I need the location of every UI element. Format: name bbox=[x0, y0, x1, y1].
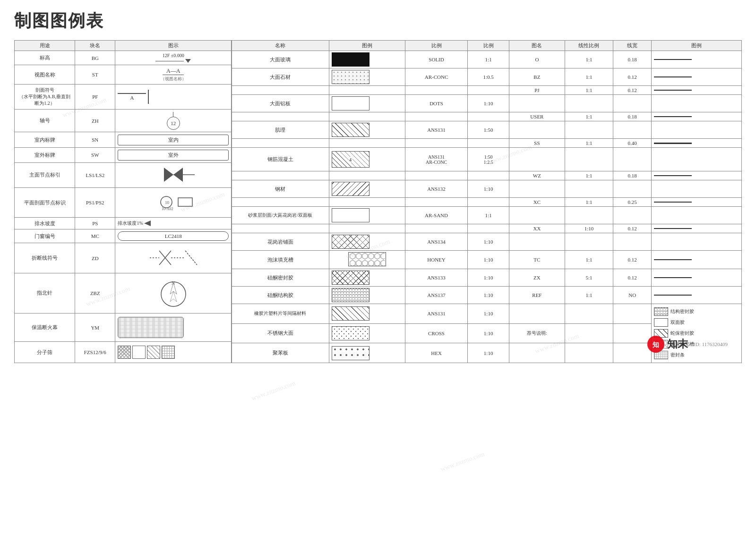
material-pattern bbox=[329, 180, 405, 198]
line-width: 0.18 bbox=[613, 51, 652, 68]
purpose-label: 室内标牌 bbox=[15, 132, 75, 147]
line-ratio bbox=[565, 148, 613, 171]
material-pattern bbox=[329, 224, 405, 233]
material-pattern bbox=[329, 323, 405, 343]
symbol-cell: LC2418 bbox=[115, 229, 232, 243]
symbol-cell: 排水坡度1% bbox=[115, 218, 232, 229]
line-width: 0.12 bbox=[613, 224, 652, 233]
symbol-cell bbox=[115, 342, 232, 363]
material-pattern bbox=[329, 139, 405, 148]
line-name: ZX bbox=[509, 269, 565, 287]
line-example bbox=[652, 148, 742, 171]
table-row: XX 1:10 0.12 bbox=[232, 224, 742, 233]
page-title: 制图图例表 bbox=[14, 9, 742, 33]
material-name bbox=[232, 171, 329, 180]
col-example: 图例 bbox=[329, 41, 405, 51]
block-name: MC bbox=[75, 229, 115, 243]
line-ratio: 1:1 bbox=[565, 251, 613, 269]
line-width: 0.12 bbox=[613, 68, 652, 86]
table-row: PJ 1:1 0.12 bbox=[232, 86, 742, 95]
block-name: ST bbox=[75, 65, 115, 85]
svg-text:10-A02: 10-A02 bbox=[162, 207, 173, 211]
block-name: ZH bbox=[75, 109, 115, 132]
ratio2: 1:10 bbox=[468, 287, 509, 304]
material-name: 大面石材 bbox=[232, 68, 329, 86]
node-marker-svg bbox=[150, 165, 197, 184]
line-name: SS bbox=[509, 139, 565, 148]
line-ratio: 1:1 bbox=[565, 112, 613, 121]
ratio2: 1:10 bbox=[468, 251, 509, 269]
line-width: 0.40 bbox=[613, 139, 652, 148]
line-name bbox=[509, 304, 565, 324]
material-pattern bbox=[329, 121, 405, 139]
symbol-cell bbox=[115, 243, 232, 273]
brand-area: 知 知末 ID: 1176320409 bbox=[646, 335, 728, 354]
line-ratio: 1:1 bbox=[565, 198, 613, 207]
ratio1 bbox=[405, 198, 467, 207]
block-name: PF bbox=[75, 85, 115, 110]
line-example bbox=[652, 112, 742, 121]
ratio1: ANS137 bbox=[405, 287, 467, 304]
ratio2 bbox=[468, 112, 509, 121]
symbol-cell: A—A （视图名称） bbox=[115, 65, 232, 85]
material-name: 橡胶片塑料片等间隔材料 bbox=[232, 304, 329, 324]
line-name: XX bbox=[509, 224, 565, 233]
table-row: 室内标牌 SN 室内 bbox=[15, 132, 232, 147]
line-width: 0.12 bbox=[613, 86, 652, 95]
material-name: 大面玻璃 bbox=[232, 51, 329, 68]
line-example bbox=[652, 95, 742, 112]
line-ratio: 1:1 bbox=[565, 287, 613, 304]
symbol-cell: 室外 bbox=[115, 147, 232, 162]
watermark-5: www.znzmo.com bbox=[250, 380, 296, 402]
brand-icon: 知 bbox=[646, 335, 665, 354]
line-name: XC bbox=[509, 198, 565, 207]
ratio1 bbox=[405, 139, 467, 148]
material-name bbox=[232, 86, 329, 95]
line-name bbox=[509, 343, 565, 363]
symbol-cell: 10 10-A02 bbox=[115, 187, 232, 218]
table-row: 花岗岩铺面 ANS134 1:10 bbox=[232, 233, 742, 251]
ratio2 bbox=[468, 139, 509, 148]
table-row: SS 1:1 0.40 bbox=[232, 139, 742, 148]
block-name: SW bbox=[75, 147, 115, 162]
block-name: PS bbox=[75, 218, 115, 229]
material-name: 钢材 bbox=[232, 180, 329, 198]
ratio1: ANS131 bbox=[405, 121, 467, 139]
table-row: USER 1:1 0.18 bbox=[232, 112, 742, 121]
table-row: 大面玻璃 SOLID 1:1 O 1:1 0.18 bbox=[232, 51, 742, 68]
table-row: WZ 1:1 0.18 bbox=[232, 171, 742, 180]
block-name: SN bbox=[75, 132, 115, 147]
line-width bbox=[613, 148, 652, 171]
slope-arrow-svg bbox=[144, 220, 154, 227]
line-ratio: 1:1 bbox=[565, 86, 613, 95]
material-name: 硅酮密封胶 bbox=[232, 269, 329, 287]
line-ratio: 1:1 bbox=[565, 68, 613, 86]
ratio2 bbox=[468, 86, 509, 95]
line-ratio bbox=[565, 233, 613, 251]
ratio1: AR-SAND bbox=[405, 207, 467, 224]
line-width: 0.12 bbox=[613, 269, 652, 287]
material-name: 大面铝板 bbox=[232, 95, 329, 112]
material-name: 花岗岩铺面 bbox=[232, 233, 329, 251]
purpose-label: 室外标牌 bbox=[15, 147, 75, 162]
material-name: 硅酮结构胶 bbox=[232, 287, 329, 304]
line-width: NO bbox=[613, 287, 652, 304]
ratio1: DOTS bbox=[405, 95, 467, 112]
line-width bbox=[613, 207, 652, 224]
material-pattern bbox=[329, 198, 405, 207]
line-name bbox=[509, 180, 565, 198]
col-symbol: 图示 bbox=[115, 41, 232, 51]
line-example bbox=[652, 68, 742, 86]
block-name: YM bbox=[75, 314, 115, 342]
line-ratio: 1:10 bbox=[565, 224, 613, 233]
line-name: USER bbox=[509, 112, 565, 121]
line-ratio: 5:1 bbox=[565, 269, 613, 287]
block-name: ZD bbox=[75, 243, 115, 273]
line-example bbox=[652, 224, 742, 233]
line-ratio bbox=[565, 343, 613, 363]
ratio2: 1:10 bbox=[468, 233, 509, 251]
material-pattern bbox=[329, 343, 405, 363]
purpose-label: 视图名称 bbox=[15, 65, 75, 85]
line-ratio bbox=[565, 180, 613, 198]
line-example: 结构密封胶 双面胶 蛇保密封胶 bbox=[652, 304, 742, 363]
